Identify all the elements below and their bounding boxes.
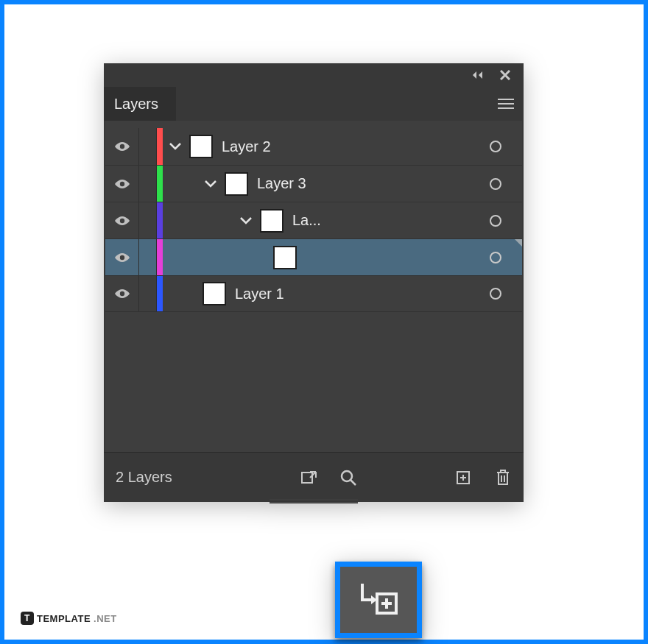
edit-column[interactable]	[139, 202, 157, 238]
visibility-toggle[interactable]	[105, 239, 139, 275]
layer-row[interactable]: Layer 1	[105, 275, 522, 312]
layer-thumbnail	[189, 135, 213, 158]
edit-column[interactable]	[139, 166, 157, 202]
eye-icon	[114, 289, 130, 299]
expand-chevron-icon[interactable]	[167, 138, 183, 155]
layers-footer: 2 Layers	[104, 452, 524, 502]
new-sublayer-placeholder	[376, 466, 435, 489]
layers-panel: Layers Layer 2Layer 3La...Layer 1 2 Laye…	[104, 63, 524, 502]
layer-row[interactable]	[105, 238, 522, 275]
target-layer-icon[interactable]	[469, 202, 522, 238]
layer-content: La...	[163, 202, 321, 238]
visibility-toggle[interactable]	[105, 128, 139, 165]
locate-object-icon[interactable]	[337, 466, 360, 489]
panel-title-bar: Layers	[104, 87, 524, 121]
svg-point-3	[119, 255, 124, 259]
eye-icon	[114, 216, 130, 226]
visibility-toggle[interactable]	[105, 276, 139, 311]
panel-menu-icon[interactable]	[488, 87, 524, 121]
layer-content	[163, 239, 306, 275]
watermark: T TEMPLATE.NET	[21, 612, 117, 625]
visibility-toggle[interactable]	[105, 202, 139, 238]
panel-top-strip	[104, 63, 524, 87]
svg-point-0	[119, 144, 124, 149]
target-layer-icon[interactable]	[469, 166, 522, 202]
layer-content: Layer 3	[163, 166, 306, 202]
layer-thumbnail	[202, 282, 226, 305]
layers-tab[interactable]: Layers	[104, 87, 176, 121]
expand-chevron-icon[interactable]	[202, 176, 219, 192]
expand-chevron-icon[interactable]	[238, 213, 254, 229]
footer-icon-group	[297, 466, 515, 489]
delete-layer-icon[interactable]	[491, 466, 515, 489]
layer-thumbnail	[273, 246, 297, 269]
layer-name-label[interactable]: Layer 1	[235, 286, 284, 302]
layer-name-label[interactable]: Layer 3	[257, 175, 306, 192]
eye-icon	[114, 141, 130, 152]
layer-row[interactable]: Layer 2	[105, 128, 522, 165]
target-layer-icon[interactable]	[469, 276, 522, 311]
layer-thumbnail	[225, 172, 248, 196]
layers-panel-wrapper: Layers Layer 2Layer 3La...Layer 1 2 Laye…	[104, 63, 524, 502]
layer-color-strip	[157, 276, 163, 311]
layer-color-strip	[157, 239, 163, 275]
layer-row[interactable]: La...	[105, 202, 522, 238]
new-layer-icon[interactable]	[451, 466, 475, 489]
layer-color-strip	[157, 166, 163, 202]
layer-name-label[interactable]: Layer 2	[222, 138, 271, 155]
new-sublayer-highlight	[335, 562, 422, 638]
new-sublayer-icon[interactable]	[358, 581, 399, 619]
layer-count-label: 2 Layers	[116, 469, 172, 486]
layer-row[interactable]: Layer 3	[105, 165, 522, 202]
eye-icon	[114, 179, 130, 189]
close-panel-icon[interactable]	[500, 70, 510, 80]
layer-color-strip	[157, 128, 163, 165]
svg-point-2	[119, 218, 124, 222]
svg-point-1	[119, 181, 124, 185]
layer-list: Layer 2Layer 3La...Layer 1	[105, 121, 522, 312]
visibility-toggle[interactable]	[105, 166, 139, 202]
layer-color-strip	[157, 202, 163, 238]
eye-icon	[114, 252, 130, 263]
watermark-suffix: .NET	[94, 613, 117, 624]
layer-content: Layer 2	[163, 128, 271, 165]
layer-content: Layer 1	[163, 276, 284, 311]
tutorial-frame: Layers Layer 2Layer 3La...Layer 1 2 Laye…	[0, 0, 648, 644]
panel-resize-grip[interactable]	[270, 499, 358, 503]
layer-name-label[interactable]: La...	[292, 212, 321, 229]
edit-column[interactable]	[139, 128, 157, 165]
collapse-panel-icon[interactable]	[471, 71, 484, 79]
collect-for-export-icon[interactable]	[297, 466, 320, 489]
layers-empty-area	[105, 312, 522, 452]
target-layer-icon[interactable]	[469, 239, 522, 275]
edit-column[interactable]	[139, 239, 157, 275]
svg-point-4	[119, 291, 124, 296]
watermark-badge: T	[21, 612, 34, 625]
svg-point-6	[342, 471, 352, 481]
watermark-text: TEMPLATE	[37, 613, 91, 624]
layer-thumbnail	[260, 209, 284, 233]
target-layer-icon[interactable]	[469, 128, 522, 165]
edit-column[interactable]	[139, 276, 157, 311]
